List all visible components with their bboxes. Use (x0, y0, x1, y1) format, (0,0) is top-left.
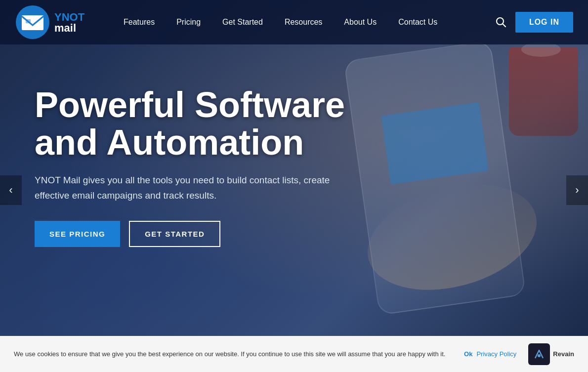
nav-right: LOG IN (496, 12, 573, 33)
cookie-privacy-button[interactable]: Privacy Policy (476, 350, 516, 358)
nav-get-started[interactable]: Get Started (211, 0, 274, 44)
svg-rect-1 (22, 15, 43, 30)
svg-text:mail: mail (54, 22, 76, 34)
nav-pricing[interactable]: Pricing (166, 0, 211, 44)
nav-about-us[interactable]: About Us (333, 0, 387, 44)
navigation: YNOT mail Features Pricing Get Started R… (0, 0, 588, 44)
nav-features[interactable]: Features (113, 0, 166, 44)
revain-label: Revain (553, 350, 574, 358)
cookie-bar: We use cookies to ensure that we give yo… (0, 336, 588, 372)
nav-contact-us[interactable]: Contact Us (387, 0, 448, 44)
svg-rect-2 (26, 19, 31, 23)
logo[interactable]: YNOT mail (15, 4, 93, 40)
decorative-envelope (381, 102, 489, 184)
carousel-next-button[interactable]: › (566, 175, 588, 205)
svg-point-8 (538, 354, 541, 357)
hero-title-line1: Powerful Software (35, 85, 345, 124)
see-pricing-button[interactable]: SEE PRICING (35, 221, 120, 247)
logo-icon (15, 4, 50, 40)
search-icon (496, 17, 506, 28)
revain-icon (528, 343, 550, 365)
revain-logo-icon (532, 347, 546, 361)
hero-title: Powerful Software and Automation (35, 86, 356, 161)
search-button[interactable] (496, 17, 506, 28)
nav-resources[interactable]: Resources (274, 0, 333, 44)
hero-title-line2: and Automation (35, 123, 304, 162)
hero-buttons: SEE PRICING GET STARTED (35, 221, 356, 247)
carousel-prev-button[interactable]: ‹ (0, 175, 22, 205)
hero-content: Powerful Software and Automation YNOT Ma… (35, 86, 356, 247)
login-button[interactable]: LOG IN (515, 12, 573, 33)
decorative-coffee-cup (509, 47, 578, 136)
nav-links: Features Pricing Get Started Resources A… (113, 0, 496, 44)
logo-text: YNOT mail (53, 9, 93, 36)
hero-subtitle: YNOT Mail gives you all the tools you ne… (35, 173, 356, 203)
revain-badge: Revain (528, 343, 574, 365)
get-started-button[interactable]: GET STARTED (129, 221, 220, 247)
svg-line-6 (503, 24, 505, 27)
cookie-ok-button[interactable]: Ok (464, 350, 472, 358)
cookie-text: We use cookies to ensure that we give yo… (14, 350, 460, 358)
